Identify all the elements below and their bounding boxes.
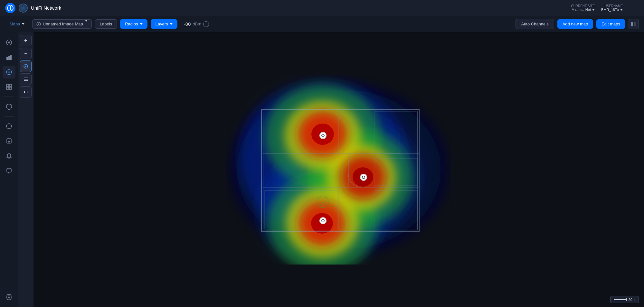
dbm-value[interactable]: -80 [184, 21, 191, 27]
sidebar-item-events[interactable]: ★ [3, 135, 15, 147]
settings-icon [6, 293, 12, 300]
ubiquiti-logo [5, 3, 15, 13]
svg-text:★: ★ [8, 140, 10, 143]
map-select-chevron-icon [85, 22, 88, 26]
list-view-button[interactable] [20, 73, 32, 85]
target-button[interactable] [20, 60, 32, 72]
svg-rect-16 [9, 87, 12, 89]
zoom-out-button[interactable]: − [20, 48, 32, 59]
target-icon [23, 64, 28, 69]
map-canvas[interactable]: 20 ft [33, 32, 644, 307]
info-icon: i [6, 123, 12, 129]
map-selector[interactable]: Unnamed Image Map [32, 19, 92, 29]
ap-1[interactable] [319, 132, 327, 139]
notifications-icon [6, 153, 12, 159]
resize-icon [23, 89, 28, 95]
app-title: UniFi Network [31, 5, 61, 11]
sidebar-item-devices[interactable] [3, 80, 15, 93]
radios-button[interactable]: Radios [120, 19, 147, 29]
dbm-section: -80 dBm i [184, 21, 209, 27]
map-icon [36, 22, 41, 26]
maps-button[interactable]: Maps [5, 20, 29, 28]
edit-maps-button[interactable]: Edit maps [596, 19, 625, 29]
sidebar-divider-1 [4, 97, 14, 97]
current-site-label: CURRENT SITE [571, 4, 595, 8]
svg-point-26 [25, 66, 26, 67]
events-icon: ★ [6, 138, 12, 144]
svg-point-3 [38, 23, 39, 25]
svg-rect-10 [10, 55, 12, 60]
username-chevron-icon [620, 9, 623, 11]
svg-rect-14 [9, 84, 12, 87]
add-map-button[interactable]: Add new map [557, 19, 593, 29]
sidebar-item-topology[interactable] [3, 66, 15, 79]
scale-value: 20 ft [629, 298, 635, 302]
resize-button[interactable] [20, 86, 32, 98]
main-area: i ★ [0, 32, 644, 307]
radios-chevron-icon [140, 23, 143, 25]
sidebar-divider-2 [4, 116, 14, 116]
toolbar-right: Auto Channels Add new map Edit maps [516, 19, 639, 29]
sidebar-item-dashboard[interactable] [3, 36, 15, 49]
username-info: USERNAME BMR_18Tx [601, 4, 623, 12]
panel-toggle-button[interactable] [629, 19, 639, 29]
username-value[interactable]: BMR_18Tx [601, 8, 623, 12]
current-site-info: CURRENT SITE Miranda Net [571, 4, 595, 12]
heatmap-container [226, 75, 451, 265]
heatmap-svg [226, 75, 451, 265]
current-site-value[interactable]: Miranda Net [572, 8, 595, 12]
layers-button[interactable]: Layers [151, 19, 177, 29]
sidebar-item-info[interactable]: i [3, 120, 15, 133]
svg-rect-8 [6, 57, 8, 60]
svg-rect-15 [6, 87, 9, 89]
sidebar-item-support[interactable] [3, 164, 15, 177]
map-tools: + − [18, 32, 33, 307]
left-sidebar: i ★ [0, 32, 18, 307]
svg-point-24 [8, 296, 10, 298]
svg-rect-9 [8, 56, 10, 60]
svg-rect-5 [634, 22, 636, 26]
labels-button[interactable]: Labels [95, 19, 117, 29]
svg-rect-13 [6, 84, 9, 87]
support-icon [6, 167, 12, 174]
svg-marker-36 [27, 91, 28, 93]
scale-line [614, 299, 627, 300]
sidebar-item-notifications[interactable] [3, 149, 15, 162]
scale-bar: 20 ft [610, 296, 639, 303]
panel-toggle-icon [631, 22, 636, 26]
site-chevron-icon [592, 9, 595, 11]
ap-3[interactable] [319, 217, 327, 224]
username-label: USERNAME [604, 4, 623, 8]
ap-2[interactable] [360, 174, 367, 181]
logo-area: UniFi Network [5, 3, 61, 13]
svg-text:i: i [8, 124, 9, 128]
dbm-unit: dBm [193, 22, 201, 26]
layers-chevron-icon [170, 23, 173, 25]
sidebar-item-statistics[interactable] [3, 51, 15, 64]
security-icon [6, 103, 12, 110]
toolbar: Maps Unnamed Image Map Labels Radios Lay… [0, 16, 644, 32]
header-right: CURRENT SITE Miranda Net USERNAME BMR_18… [571, 4, 639, 12]
list-icon [23, 77, 28, 82]
svg-point-7 [8, 42, 10, 43]
dbm-info-icon[interactable]: i [203, 21, 209, 27]
sidebar-item-security[interactable] [3, 100, 15, 113]
ap-1-inner [321, 134, 325, 137]
maps-chevron-icon [22, 23, 24, 25]
statistics-icon [6, 54, 12, 60]
top-header: UniFi Network CURRENT SITE Miranda Net U… [0, 0, 644, 16]
more-options-icon[interactable]: ⋮ [629, 5, 639, 12]
ap-2-inner [362, 176, 365, 179]
ap-3-inner [321, 219, 325, 222]
svg-marker-35 [24, 91, 25, 93]
devices-icon [6, 84, 12, 90]
svg-rect-4 [631, 22, 633, 26]
sidebar-item-settings[interactable] [3, 290, 15, 303]
topology-icon [6, 69, 12, 75]
dashboard-icon [6, 39, 12, 46]
auto-channels-button[interactable]: Auto Channels [516, 19, 554, 29]
zoom-in-button[interactable]: + [20, 35, 32, 46]
site-icon [19, 4, 28, 13]
svg-point-12 [8, 71, 10, 73]
